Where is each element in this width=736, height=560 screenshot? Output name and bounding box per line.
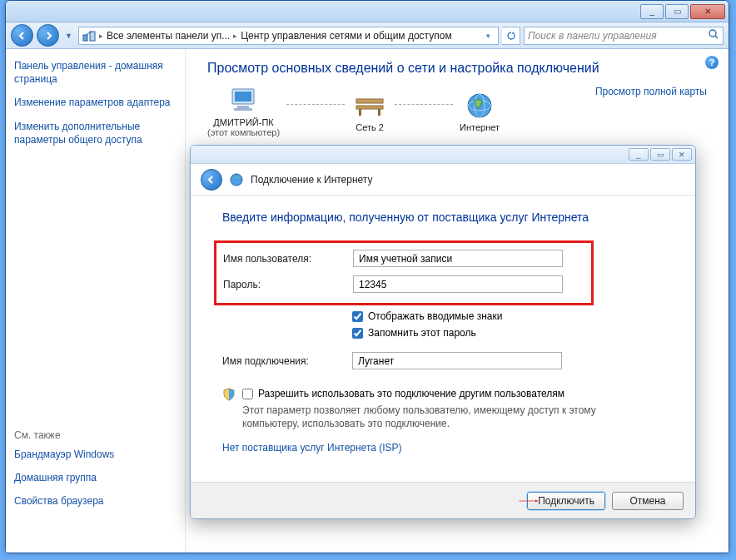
nav-history-dropdown[interactable]: ▼: [62, 27, 75, 45]
svg-rect-7: [356, 99, 383, 103]
remember-checkbox[interactable]: [352, 328, 363, 339]
node3-label: Интернет: [460, 122, 500, 132]
node-internet: Интернет: [460, 91, 500, 132]
dialog-title: Подключение к Интернету: [251, 174, 373, 186]
svg-point-2: [709, 30, 716, 37]
sidebar-home-link[interactable]: Панель управления - домашняя страница: [14, 59, 177, 86]
search-placeholder: Поиск в панели управления: [528, 30, 657, 42]
svg-rect-0: [83, 35, 87, 41]
forward-button[interactable]: [37, 24, 59, 47]
breadcrumb-1[interactable]: Все элементы панели уп...: [107, 30, 230, 42]
breadcrumb-2[interactable]: Центр управления сетями и общим доступом: [241, 30, 452, 42]
dialog-minimize-button[interactable]: _: [629, 148, 649, 161]
password-input[interactable]: [353, 275, 563, 293]
node-network: Сеть 2: [351, 91, 388, 132]
remember-row: Запомнить этот пароль: [352, 327, 664, 339]
allow-others-inner: Разрешить использовать это подключение д…: [242, 388, 564, 399]
remember-label: Запомнить этот пароль: [368, 327, 476, 339]
sidebar-link-sharing[interactable]: Изменить дополнительные параметры общего…: [14, 120, 177, 146]
node1-sublabel: (этот компьютер): [207, 127, 280, 137]
dialog-header: Подключение к Интернету: [191, 164, 695, 196]
dialog-titlebar: _ ▭ ✕: [191, 146, 695, 164]
node1-label: ДМИТРИЙ-ПК: [207, 117, 280, 127]
password-label: Пароль:: [223, 279, 353, 290]
globe-small-icon: [229, 172, 244, 187]
dialog-footer: Подключить Отмена: [191, 482, 695, 518]
refresh-button[interactable]: [502, 27, 520, 45]
maximize-glyph: ▭: [674, 7, 681, 16]
allow-others-checkbox[interactable]: [242, 389, 253, 399]
connection-name-input[interactable]: [352, 352, 562, 369]
address-dropdown[interactable]: ▾: [481, 32, 495, 40]
computer-icon: [226, 86, 262, 116]
breadcrumb-separator: ▸: [99, 32, 103, 40]
dialog-body: Введите информацию, полученную от постав…: [191, 196, 695, 482]
sidebar-link-homegroup[interactable]: Домашняя группа: [14, 471, 177, 484]
sidebar: Панель управления - домашняя страница Из…: [6, 49, 186, 553]
show-chars-label: Отображать вводимые знаки: [368, 310, 502, 322]
connection-line: [286, 104, 345, 105]
allow-others-description: Этот параметр позволяет любому пользоват…: [242, 404, 634, 430]
breadcrumb-separator: ▸: [233, 32, 237, 40]
no-isp-link[interactable]: Нет поставщика услуг Интернета (ISP): [222, 442, 402, 453]
close-glyph: ✕: [704, 7, 711, 16]
dialog-heading: Введите информацию, полученную от постав…: [222, 211, 664, 224]
sidebar-link-firewall[interactable]: Брандмауэр Windows: [14, 448, 177, 461]
svg-rect-9: [359, 109, 361, 116]
svg-rect-4: [235, 92, 251, 102]
titlebar: _ ▭ ✕: [6, 1, 729, 22]
node2-label: Сеть 2: [351, 122, 388, 132]
highlight-box: Имя пользователя: Пароль:: [214, 240, 594, 305]
connection-name-label: Имя подключения:: [222, 355, 352, 367]
allow-others-block: Разрешить использовать это подключение д…: [222, 388, 664, 401]
minimize-glyph: _: [649, 7, 654, 16]
globe-icon: [461, 91, 498, 121]
svg-rect-10: [378, 109, 380, 116]
allow-others-label: Разрешить использовать это подключение д…: [258, 388, 564, 399]
close-button[interactable]: ✕: [690, 4, 725, 19]
view-full-map-link[interactable]: Просмотр полной карты: [595, 86, 707, 97]
node-this-pc: ДМИТРИЙ-ПК (этот компьютер): [207, 86, 280, 137]
dialog-maximize-button[interactable]: ▭: [650, 148, 670, 161]
arrow-left-icon: [17, 31, 27, 41]
show-chars-row: Отображать вводимые знаки: [352, 310, 664, 322]
arrow-right-icon: [43, 31, 53, 41]
see-also-label: См. также: [14, 429, 177, 441]
search-icon: [708, 28, 719, 42]
allow-others-row: Разрешить использовать это подключение д…: [242, 388, 564, 399]
address-bar[interactable]: ▸ Все элементы панели уп... ▸ Центр упра…: [78, 27, 499, 45]
dialog-close-button[interactable]: ✕: [672, 148, 692, 161]
page-title: Просмотр основных сведений о сети и наст…: [207, 61, 707, 76]
svg-rect-6: [234, 108, 252, 111]
connection-line: [395, 104, 453, 105]
connect-button[interactable]: Подключить: [527, 492, 605, 510]
sidebar-link-browser[interactable]: Свойства браузера: [14, 494, 177, 508]
toolbar: ▼ ▸ Все элементы панели уп... ▸ Центр уп…: [6, 22, 729, 49]
svg-rect-5: [237, 106, 249, 108]
connection-name-row: Имя подключения:: [222, 352, 664, 369]
minimize-button[interactable]: _: [640, 4, 664, 19]
sidebar-link-adapter[interactable]: Изменение параметров адаптера: [14, 96, 177, 109]
username-input[interactable]: [353, 250, 563, 267]
dialog-back-button[interactable]: [201, 169, 222, 191]
connect-dialog: _ ▭ ✕ Подключение к Интернету Введите ин…: [190, 145, 696, 519]
password-row: Пароль:: [223, 275, 584, 293]
svg-rect-1: [90, 32, 95, 41]
username-row: Имя пользователя:: [223, 250, 584, 267]
network-map: ДМИТРИЙ-ПК (этот компьютер) Сеть 2: [207, 86, 707, 137]
search-input[interactable]: Поиск в панели управления: [524, 27, 724, 45]
bench-icon: [351, 91, 388, 121]
shield-icon: [222, 388, 236, 401]
arrow-left-icon: [206, 175, 216, 185]
maximize-button[interactable]: ▭: [665, 4, 689, 19]
refresh-icon: [506, 31, 516, 41]
svg-rect-8: [356, 106, 383, 109]
cancel-button[interactable]: Отмена: [612, 492, 684, 510]
username-label: Имя пользователя:: [223, 253, 353, 265]
back-button[interactable]: [11, 24, 33, 47]
svg-point-14: [231, 174, 242, 186]
network-center-icon: [82, 29, 96, 42]
show-chars-checkbox[interactable]: [352, 311, 363, 322]
